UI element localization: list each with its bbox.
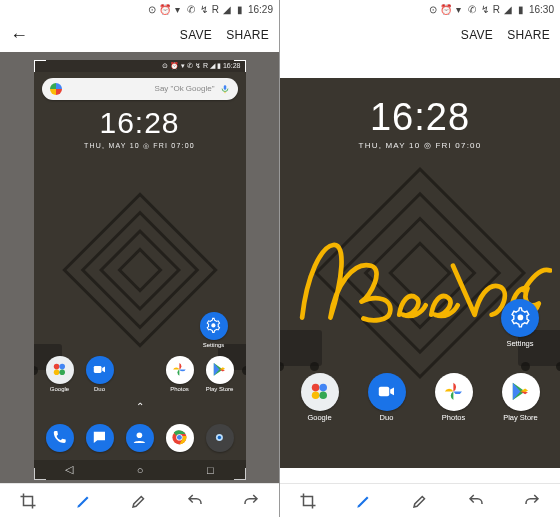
highlighter-tool[interactable]	[124, 489, 154, 513]
duo-icon	[368, 373, 406, 411]
settings-icon	[200, 312, 228, 340]
vibrate-icon: ✆	[186, 4, 196, 14]
chrome-icon	[166, 424, 194, 452]
app-row: Settings	[280, 299, 560, 348]
battery-icon: ▮	[235, 4, 245, 14]
app-camera	[202, 424, 238, 454]
save-button[interactable]: SAVE	[461, 28, 493, 42]
screenshot-preview[interactable]: ⊙ ⏰ ▾ ✆ ↯ R ◢ ▮ 16:28 Say "Ok Google" 16…	[34, 60, 246, 480]
inner-status-bar: ⊙ ⏰ ▾ ✆ ↯ R ◢ ▮ 16:28	[34, 60, 246, 72]
crop-handle-tr[interactable]	[234, 60, 246, 72]
markup-toolbar	[280, 483, 560, 517]
app-settings: Settings	[502, 299, 538, 348]
app-duo: Duo	[82, 356, 118, 392]
share-button[interactable]: SHARE	[507, 28, 550, 42]
app-settings: Settings	[196, 312, 232, 348]
alarm-icon: ⏰	[160, 4, 170, 14]
roaming-label: R	[493, 4, 500, 15]
svg-rect-19	[379, 387, 389, 396]
clock-time: 16:28	[280, 96, 560, 139]
back-button[interactable]: ←	[10, 25, 28, 46]
battery-icon: ▮	[516, 4, 526, 14]
svg-point-14	[517, 315, 523, 321]
svg-point-17	[312, 391, 320, 399]
play-store-icon	[502, 373, 540, 411]
svg-point-13	[218, 436, 221, 439]
clock-date: THU, MAY 10 ◎ FRI 07:00	[280, 141, 560, 150]
nav-back-icon: ◁	[65, 463, 73, 476]
dock-row	[34, 424, 246, 454]
phone-icon: ↯	[199, 4, 209, 14]
roaming-label: R	[212, 4, 219, 15]
clock-time: 16:28	[34, 106, 246, 140]
redo-button[interactable]	[236, 489, 266, 513]
signal-icon: ◢	[222, 4, 232, 14]
app-google-folder: Google	[302, 373, 338, 422]
signal-icon: ◢	[503, 4, 513, 14]
photos-icon	[435, 373, 473, 411]
crop-handle-tl[interactable]	[34, 60, 46, 72]
svg-point-2	[211, 323, 215, 327]
screenshot-preview[interactable]: 16:28 THU, MAY 10 ◎ FRI 07:00 Settings	[280, 78, 560, 468]
app-play-store: Play Store	[503, 373, 539, 422]
undo-button[interactable]	[180, 489, 210, 513]
svg-point-3	[54, 364, 60, 370]
mic-icon	[220, 84, 230, 94]
save-button[interactable]: SAVE	[180, 28, 212, 42]
status-time: 16:30	[529, 4, 554, 15]
redo-button[interactable]	[517, 489, 547, 513]
svg-point-6	[59, 369, 65, 375]
app-google-folder: Google	[42, 356, 78, 392]
status-time: 16:29	[248, 4, 273, 15]
app-row: Google Duo Photos Play Store	[34, 356, 246, 392]
crop-tool[interactable]	[293, 489, 323, 513]
crop-tool[interactable]	[13, 489, 43, 513]
app-photos: Photos	[436, 373, 472, 422]
svg-point-18	[319, 391, 327, 399]
app-phone	[42, 424, 78, 454]
pen-tool[interactable]	[349, 489, 379, 513]
phone-icon: ↯	[480, 4, 490, 14]
app-drawer-caret-icon: ⌃	[136, 401, 144, 412]
editor-toolbar: ← SAVE SHARE	[0, 18, 279, 52]
undo-button[interactable]	[461, 489, 491, 513]
phone-app-icon	[46, 424, 74, 452]
svg-point-11	[177, 435, 182, 440]
svg-point-5	[54, 369, 60, 375]
svg-point-16	[319, 384, 327, 392]
app-play-store: Play Store	[202, 356, 238, 392]
alarm-icon: ⊙	[147, 4, 157, 14]
photos-icon	[166, 356, 194, 384]
share-button[interactable]: SHARE	[226, 28, 269, 42]
pen-tool[interactable]	[69, 489, 99, 513]
settings-icon	[501, 299, 539, 337]
highlighter-tool[interactable]	[405, 489, 435, 513]
editor-canvas[interactable]: 16:28 THU, MAY 10 ◎ FRI 07:00 Settings	[280, 52, 560, 483]
svg-point-15	[312, 384, 320, 392]
wifi-icon: ▾	[454, 4, 464, 14]
play-store-icon	[206, 356, 234, 384]
search-placeholder: Say "Ok Google"	[67, 84, 215, 93]
messages-icon	[86, 424, 114, 452]
nav-recent-icon: □	[207, 464, 214, 476]
svg-rect-7	[94, 366, 102, 373]
screenshot-editor-draw-view: ⊙ ⏰ ▾ ✆ ↯ R ◢ ▮ 16:30 ← SAVE SHARE 16:28…	[280, 0, 560, 517]
screenshot-editor-crop-view: ⊙ ⏰ ▾ ✆ ↯ R ◢ ▮ 16:29 ← SAVE SHARE ⊙ ⏰ ▾…	[0, 0, 280, 517]
vibrate-icon: ✆	[467, 4, 477, 14]
contacts-icon	[126, 424, 154, 452]
app-row: Settings	[34, 312, 246, 348]
google-search-bar: Say "Ok Google"	[42, 78, 238, 100]
android-nav-bar: ◁ ○ □	[34, 460, 246, 480]
editor-canvas[interactable]: ⊙ ⏰ ▾ ✆ ↯ R ◢ ▮ 16:28 Say "Ok Google" 16…	[0, 52, 279, 483]
clock-date: THU, MAY 10 ◎ FRI 07:00	[34, 142, 246, 150]
app-messages	[82, 424, 118, 454]
app-chrome	[162, 424, 198, 454]
nav-home-icon: ○	[137, 464, 144, 476]
folder-icon	[301, 373, 339, 411]
app-row: Google Duo Photos Play Store	[280, 373, 560, 422]
app-contacts	[122, 424, 158, 454]
folder-icon	[46, 356, 74, 384]
clock-widget: 16:28 THU, MAY 10 ◎ FRI 07:00	[34, 106, 246, 150]
markup-toolbar	[0, 483, 279, 517]
editor-toolbar: ← SAVE SHARE	[280, 18, 560, 52]
